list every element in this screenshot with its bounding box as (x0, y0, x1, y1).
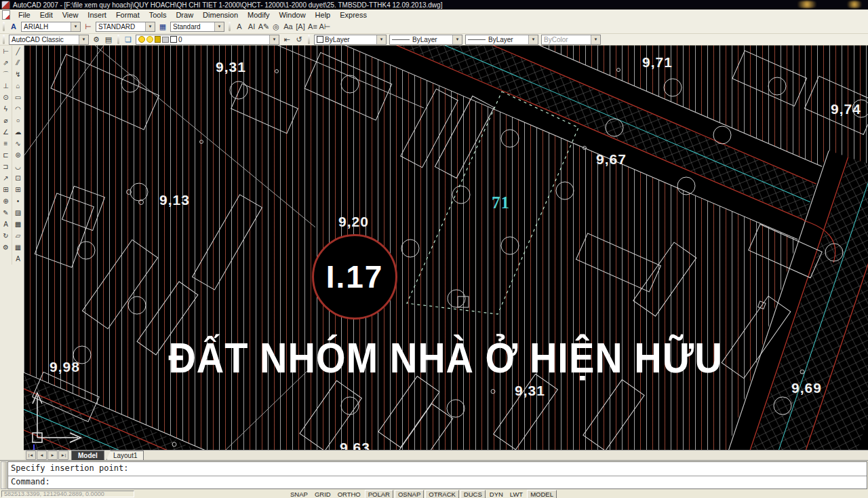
quick-leader-icon[interactable]: ↗ (1, 172, 12, 184)
table-style-manager-icon[interactable]: ▦ (157, 21, 169, 33)
model-space-viewport[interactable]: 9,319,719,749,679,139,20719,989,319,699,… (24, 45, 868, 450)
lwt-toggle[interactable]: LWT (507, 491, 526, 498)
layer-color-swatch[interactable] (170, 36, 177, 43)
menu-item-draw[interactable]: Draw (171, 11, 198, 19)
toolbar-grip[interactable] (229, 22, 231, 31)
dimension-edit-icon[interactable]: ✎ (1, 207, 12, 218)
diameter-dimension-icon[interactable]: ⌀ (1, 115, 12, 126)
line-icon[interactable]: ╱ (13, 45, 24, 57)
layer-plot-icon[interactable] (162, 37, 169, 43)
plot-style-combo[interactable]: ByColor ▼ (541, 35, 601, 45)
model-toggle[interactable]: MODEL (527, 490, 557, 498)
chevron-down-icon[interactable]: ▼ (145, 22, 155, 31)
linetype-control-combo[interactable]: ByLayer ▼ (389, 35, 462, 45)
menu-item-insert[interactable]: Insert (83, 11, 111, 19)
dim-style-manager-icon[interactable]: ⊢ (82, 21, 94, 33)
layer-lock-icon[interactable] (155, 36, 161, 43)
chevron-down-icon[interactable]: ▼ (591, 35, 600, 44)
layer-thaw-sun-icon[interactable] (146, 36, 153, 43)
polygon-icon[interactable]: ⌂ (13, 80, 24, 92)
chevron-down-icon[interactable]: ▼ (214, 22, 224, 31)
osnap-toggle[interactable]: OSNAP (395, 490, 424, 498)
ducs-toggle[interactable]: DUCS (460, 490, 486, 498)
multiline-text-icon[interactable]: A (233, 21, 245, 33)
grid-toggle[interactable]: GRID (312, 491, 334, 498)
jogged-dimension-icon[interactable]: ϟ (1, 103, 12, 115)
chevron-down-icon[interactable]: ▼ (376, 35, 386, 44)
region-icon[interactable]: ▱ (13, 230, 24, 242)
linear-dimension-icon[interactable]: ⊢ (1, 45, 12, 57)
layer-previous-icon[interactable]: ↺ (293, 34, 305, 45)
revision-cloud-icon[interactable]: ☁ (13, 126, 24, 138)
menu-item-dimension[interactable]: Dimension (198, 11, 243, 19)
menu-item-tools[interactable]: Tools (144, 11, 172, 19)
spline-icon[interactable]: ∿ (13, 138, 24, 149)
aligned-dimension-icon[interactable]: ⇗ (1, 57, 12, 69)
workspace-settings-icon[interactable]: ⚙ (90, 34, 102, 45)
last-tab-button[interactable]: ►| (58, 451, 68, 460)
circle-icon[interactable]: ○ (13, 115, 24, 126)
continue-dimension-icon[interactable]: ⊐ (1, 161, 12, 172)
polyline-icon[interactable]: ↯ (13, 69, 24, 80)
polar-toggle[interactable]: POLAR (365, 490, 393, 498)
menu-item-modify[interactable]: Modify (243, 11, 274, 19)
gradient-icon[interactable]: ▩ (13, 218, 24, 230)
make-block-icon[interactable]: ⊞ (13, 184, 24, 195)
ordinate-dimension-icon[interactable]: ⊥ (1, 80, 12, 92)
lineweight-control-combo[interactable]: ByLayer ▼ (465, 35, 538, 45)
ellipse-icon[interactable]: ⊜ (13, 149, 24, 161)
color-control-combo[interactable]: ByLayer ▼ (314, 35, 387, 45)
justify-text-icon[interactable]: A≡ (307, 21, 319, 33)
text-style-manager-icon[interactable]: A (7, 21, 20, 33)
chevron-down-icon[interactable]: ▼ (79, 35, 88, 44)
menu-item-file[interactable]: File (14, 11, 35, 19)
insert-block-icon[interactable]: ⊡ (13, 172, 24, 184)
title-bar[interactable]: AutoCAD 2007 - [F:\file xem quy hoachj\Q… (0, 0, 868, 9)
layer-combo[interactable]: 0 ▼ (136, 35, 279, 45)
toolbar-grip[interactable] (117, 35, 119, 44)
construction-line-icon[interactable]: ⁄⁄ (13, 57, 24, 69)
dimension-style-icon[interactable]: ⚙ (1, 242, 12, 253)
arc-length-dimension-icon[interactable]: ⌒ (1, 69, 12, 80)
first-tab-button[interactable]: |◄ (26, 451, 36, 460)
chevron-down-icon[interactable]: ▼ (269, 35, 279, 44)
next-tab-button[interactable]: ► (47, 451, 58, 460)
coordinate-readout[interactable]: 582513.3399, 1212940.2889, 0.0000 (1, 491, 134, 497)
toolbar-grip[interactable] (3, 22, 5, 31)
single-line-text-icon[interactable]: AI (245, 21, 258, 33)
tab-model[interactable]: Model (71, 451, 104, 460)
chevron-down-icon[interactable]: ▼ (71, 22, 80, 31)
dimension-text-edit-icon[interactable]: A (1, 218, 12, 230)
radius-dimension-icon[interactable]: ⊙ (1, 92, 12, 103)
angular-dimension-icon[interactable]: ∠ (1, 126, 12, 138)
otrack-toggle[interactable]: OTRACK (425, 490, 459, 498)
rectangle-icon[interactable]: ▭ (13, 92, 24, 103)
make-object-layer-current-icon[interactable]: ⇤ (281, 34, 293, 45)
tolerance-icon[interactable]: ⊞ (1, 184, 12, 195)
chevron-down-icon[interactable]: ▼ (528, 35, 538, 44)
point-icon[interactable]: • (13, 195, 24, 207)
menu-item-edit[interactable]: Edit (35, 11, 58, 19)
edit-text-icon[interactable]: A✎ (258, 21, 270, 33)
dimension-update-icon[interactable]: ↻ (1, 230, 12, 242)
toolbar-grip[interactable] (308, 35, 310, 44)
find-replace-icon[interactable]: ◎ (270, 21, 282, 33)
hatch-icon[interactable]: ▨ (13, 207, 24, 218)
chevron-down-icon[interactable]: ▼ (452, 35, 462, 44)
scale-text-icon[interactable]: [A] (294, 21, 307, 33)
menu-item-window[interactable]: Window (274, 11, 310, 19)
baseline-dimension-icon[interactable]: ⊏ (1, 149, 12, 161)
text-style-combo[interactable]: ARIALH ▼ (21, 22, 81, 32)
toolbar-grip[interactable] (3, 35, 5, 44)
menu-item-view[interactable]: View (58, 11, 83, 19)
command-window-grip[interactable] (1, 461, 7, 489)
command-prompt-line[interactable]: Command: (8, 476, 867, 489)
prev-tab-button[interactable]: ◄ (37, 451, 47, 460)
mtext-icon[interactable]: A (13, 253, 24, 265)
my-workspace-icon[interactable]: ▤ (102, 34, 115, 45)
ellipse-arc-icon[interactable]: ◡ (13, 161, 24, 172)
drawing-file-icon[interactable] (2, 10, 10, 20)
command-text-area[interactable]: Specify insertion point: Command: (7, 461, 867, 489)
table-style-combo[interactable]: Standard ▼ (170, 22, 224, 32)
menu-item-help[interactable]: Help (311, 11, 336, 19)
